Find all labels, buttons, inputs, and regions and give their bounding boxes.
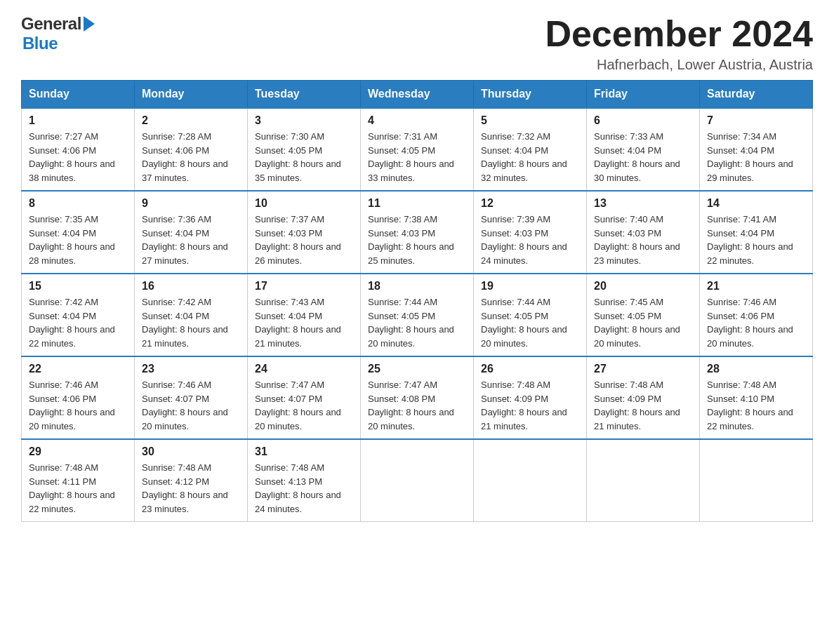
logo-general-text: General	[21, 14, 81, 34]
day-number: 20	[594, 280, 692, 293]
calendar-cell: 28 Sunrise: 7:48 AMSunset: 4:10 PMDaylig…	[700, 356, 813, 439]
calendar-day-header: Friday	[587, 81, 700, 109]
day-number: 13	[594, 197, 692, 210]
calendar-cell: 22 Sunrise: 7:46 AMSunset: 4:06 PMDaylig…	[22, 356, 135, 439]
day-number: 9	[142, 197, 240, 210]
calendar-cell: 30 Sunrise: 7:48 AMSunset: 4:12 PMDaylig…	[135, 439, 248, 522]
calendar-cell: 24 Sunrise: 7:47 AMSunset: 4:07 PMDaylig…	[248, 356, 361, 439]
day-number: 18	[368, 280, 466, 293]
calendar-day-header: Tuesday	[248, 81, 361, 109]
day-info: Sunrise: 7:47 AMSunset: 4:07 PMDaylight:…	[255, 378, 353, 433]
calendar-cell: 18 Sunrise: 7:44 AMSunset: 4:05 PMDaylig…	[361, 274, 474, 356]
day-number: 14	[707, 197, 805, 210]
calendar-table: SundayMondayTuesdayWednesdayThursdayFrid…	[21, 80, 813, 522]
day-number: 26	[481, 363, 579, 375]
calendar-cell: 17 Sunrise: 7:43 AMSunset: 4:04 PMDaylig…	[248, 274, 361, 356]
day-number: 15	[29, 280, 127, 293]
day-info: Sunrise: 7:48 AMSunset: 4:13 PMDaylight:…	[255, 461, 353, 516]
day-info: Sunrise: 7:27 AMSunset: 4:06 PMDaylight:…	[29, 130, 127, 185]
location-subtitle: Hafnerbach, Lower Austria, Austria	[545, 57, 813, 73]
calendar-cell: 10 Sunrise: 7:37 AMSunset: 4:03 PMDaylig…	[248, 191, 361, 274]
logo-triangle-icon	[84, 16, 95, 32]
day-number: 21	[707, 280, 805, 293]
day-info: Sunrise: 7:46 AMSunset: 4:06 PMDaylight:…	[707, 295, 805, 350]
calendar-cell: 19 Sunrise: 7:44 AMSunset: 4:05 PMDaylig…	[474, 274, 587, 356]
calendar-cell: 14 Sunrise: 7:41 AMSunset: 4:04 PMDaylig…	[700, 191, 813, 274]
calendar-cell: 26 Sunrise: 7:48 AMSunset: 4:09 PMDaylig…	[474, 356, 587, 439]
day-number: 10	[255, 197, 353, 210]
calendar-cell	[361, 439, 474, 522]
day-info: Sunrise: 7:30 AMSunset: 4:05 PMDaylight:…	[255, 130, 353, 185]
calendar-cell: 21 Sunrise: 7:46 AMSunset: 4:06 PMDaylig…	[700, 274, 813, 356]
day-info: Sunrise: 7:47 AMSunset: 4:08 PMDaylight:…	[368, 378, 466, 433]
calendar-day-header: Thursday	[474, 81, 587, 109]
calendar-cell: 27 Sunrise: 7:48 AMSunset: 4:09 PMDaylig…	[587, 356, 700, 439]
calendar-day-header: Saturday	[700, 81, 813, 109]
day-number: 16	[142, 280, 240, 293]
logo: General Blue	[21, 14, 95, 53]
calendar-week-row: 15 Sunrise: 7:42 AMSunset: 4:04 PMDaylig…	[22, 274, 813, 356]
logo-blue-text: Blue	[22, 34, 58, 53]
day-info: Sunrise: 7:46 AMSunset: 4:06 PMDaylight:…	[29, 378, 127, 433]
day-info: Sunrise: 7:44 AMSunset: 4:05 PMDaylight:…	[481, 295, 579, 350]
day-info: Sunrise: 7:48 AMSunset: 4:11 PMDaylight:…	[29, 461, 127, 516]
calendar-week-row: 29 Sunrise: 7:48 AMSunset: 4:11 PMDaylig…	[22, 439, 813, 522]
calendar-cell: 23 Sunrise: 7:46 AMSunset: 4:07 PMDaylig…	[135, 356, 248, 439]
calendar-cell	[587, 439, 700, 522]
calendar-cell: 6 Sunrise: 7:33 AMSunset: 4:04 PMDayligh…	[587, 108, 700, 191]
day-info: Sunrise: 7:45 AMSunset: 4:05 PMDaylight:…	[594, 295, 692, 350]
day-number: 7	[707, 114, 805, 127]
calendar-day-header: Monday	[135, 81, 248, 109]
calendar-cell: 15 Sunrise: 7:42 AMSunset: 4:04 PMDaylig…	[22, 274, 135, 356]
day-info: Sunrise: 7:32 AMSunset: 4:04 PMDaylight:…	[481, 130, 579, 185]
calendar-cell: 20 Sunrise: 7:45 AMSunset: 4:05 PMDaylig…	[587, 274, 700, 356]
calendar-cell: 31 Sunrise: 7:48 AMSunset: 4:13 PMDaylig…	[248, 439, 361, 522]
day-info: Sunrise: 7:48 AMSunset: 4:10 PMDaylight:…	[707, 378, 805, 433]
day-number: 28	[707, 363, 805, 375]
calendar-cell: 13 Sunrise: 7:40 AMSunset: 4:03 PMDaylig…	[587, 191, 700, 274]
calendar-cell: 11 Sunrise: 7:38 AMSunset: 4:03 PMDaylig…	[361, 191, 474, 274]
calendar-cell: 4 Sunrise: 7:31 AMSunset: 4:05 PMDayligh…	[361, 108, 474, 191]
day-info: Sunrise: 7:35 AMSunset: 4:04 PMDaylight:…	[29, 213, 127, 267]
calendar-day-header: Wednesday	[361, 81, 474, 109]
day-number: 30	[142, 445, 240, 458]
calendar-cell: 5 Sunrise: 7:32 AMSunset: 4:04 PMDayligh…	[474, 108, 587, 191]
day-number: 31	[255, 445, 353, 458]
calendar-header-row: SundayMondayTuesdayWednesdayThursdayFrid…	[22, 81, 813, 109]
calendar-week-row: 1 Sunrise: 7:27 AMSunset: 4:06 PMDayligh…	[22, 108, 813, 191]
day-number: 25	[368, 363, 466, 375]
calendar-cell	[474, 439, 587, 522]
day-info: Sunrise: 7:46 AMSunset: 4:07 PMDaylight:…	[142, 378, 240, 433]
day-number: 22	[29, 363, 127, 375]
day-info: Sunrise: 7:48 AMSunset: 4:12 PMDaylight:…	[142, 461, 240, 516]
day-info: Sunrise: 7:34 AMSunset: 4:04 PMDaylight:…	[707, 130, 805, 185]
day-info: Sunrise: 7:40 AMSunset: 4:03 PMDaylight:…	[594, 213, 692, 267]
day-number: 5	[481, 114, 579, 127]
day-number: 17	[255, 280, 353, 293]
day-info: Sunrise: 7:37 AMSunset: 4:03 PMDaylight:…	[255, 213, 353, 267]
day-number: 12	[481, 197, 579, 210]
day-info: Sunrise: 7:36 AMSunset: 4:04 PMDaylight:…	[142, 213, 240, 267]
day-info: Sunrise: 7:43 AMSunset: 4:04 PMDaylight:…	[255, 295, 353, 350]
day-info: Sunrise: 7:48 AMSunset: 4:09 PMDaylight:…	[594, 378, 692, 433]
calendar-cell: 25 Sunrise: 7:47 AMSunset: 4:08 PMDaylig…	[361, 356, 474, 439]
month-title: December 2024	[545, 14, 813, 54]
day-info: Sunrise: 7:33 AMSunset: 4:04 PMDaylight:…	[594, 130, 692, 185]
day-number: 23	[142, 363, 240, 375]
day-number: 19	[481, 280, 579, 293]
calendar-cell: 12 Sunrise: 7:39 AMSunset: 4:03 PMDaylig…	[474, 191, 587, 274]
day-number: 4	[368, 114, 466, 127]
day-number: 3	[255, 114, 353, 127]
calendar-week-row: 8 Sunrise: 7:35 AMSunset: 4:04 PMDayligh…	[22, 191, 813, 274]
day-info: Sunrise: 7:39 AMSunset: 4:03 PMDaylight:…	[481, 213, 579, 267]
calendar-week-row: 22 Sunrise: 7:46 AMSunset: 4:06 PMDaylig…	[22, 356, 813, 439]
calendar-cell: 8 Sunrise: 7:35 AMSunset: 4:04 PMDayligh…	[22, 191, 135, 274]
calendar-cell: 2 Sunrise: 7:28 AMSunset: 4:06 PMDayligh…	[135, 108, 248, 191]
day-info: Sunrise: 7:41 AMSunset: 4:04 PMDaylight:…	[707, 213, 805, 267]
calendar-cell: 1 Sunrise: 7:27 AMSunset: 4:06 PMDayligh…	[22, 108, 135, 191]
day-number: 8	[29, 197, 127, 210]
day-number: 24	[255, 363, 353, 375]
day-number: 27	[594, 363, 692, 375]
calendar-day-header: Sunday	[22, 81, 135, 109]
calendar-cell: 9 Sunrise: 7:36 AMSunset: 4:04 PMDayligh…	[135, 191, 248, 274]
